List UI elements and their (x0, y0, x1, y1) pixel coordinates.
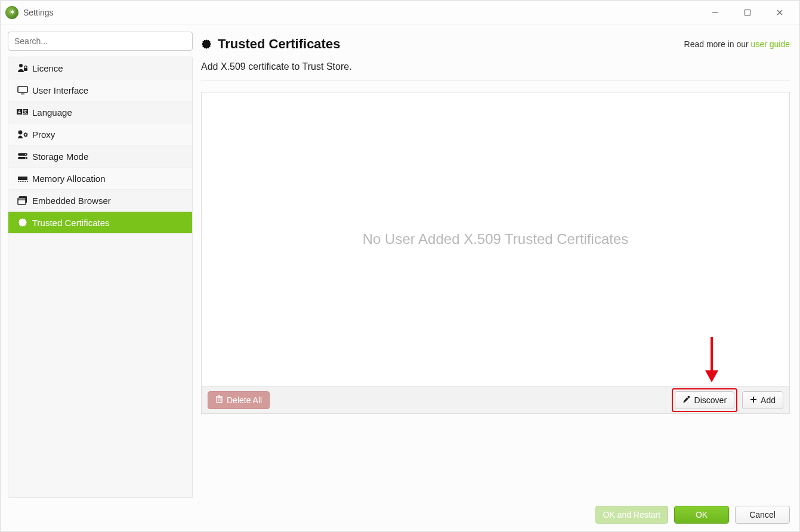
close-button[interactable] (771, 4, 789, 21)
page-title-text: Trusted Certificates (218, 36, 340, 52)
memory-icon (17, 172, 29, 184)
proxy-icon (17, 128, 29, 140)
window-title: Settings (23, 8, 54, 17)
sidebar-item-memory-allocation[interactable]: Memory Allocation (8, 168, 192, 190)
delete-all-label: Delete All (227, 395, 262, 405)
ok-button[interactable]: OK (674, 506, 729, 524)
main-header: Trusted Certificates Read more in our us… (201, 32, 790, 61)
sidebar-item-trusted-certificates[interactable]: Trusted Certificates (8, 212, 192, 234)
maximize-button[interactable] (739, 4, 756, 21)
svg-rect-5 (24, 68, 27, 71)
empty-message: No User Added X.509 Trusted Certificates (363, 231, 629, 248)
svg-marker-29 (705, 370, 718, 382)
annotation-arrow-icon (703, 336, 721, 385)
app-icon: ✶ (5, 6, 18, 19)
delete-all-button: Delete All (208, 391, 270, 409)
svg-point-17 (25, 157, 26, 159)
cancel-button[interactable]: Cancel (735, 506, 790, 524)
read-more: Read more in our user guide (684, 39, 790, 49)
plus-icon (750, 395, 757, 405)
monitor-icon (17, 84, 29, 96)
svg-rect-26 (18, 198, 26, 205)
sidebar-item-label: Proxy (32, 129, 55, 140)
svg-rect-1 (745, 10, 750, 15)
window-controls (706, 4, 795, 21)
certificate-seal-icon (201, 39, 212, 50)
sidebar-item-storage-mode[interactable]: Storage Mode (8, 146, 192, 168)
svg-point-16 (25, 154, 26, 155)
svg-point-12 (18, 131, 23, 135)
svg-text:文: 文 (23, 109, 27, 115)
user-guide-link[interactable]: user guide (751, 39, 790, 49)
dialog-footer: OK and Restart OK Cancel (1, 498, 799, 531)
svg-rect-18 (18, 177, 27, 180)
svg-rect-6 (18, 86, 27, 92)
add-button[interactable]: Add (742, 391, 783, 409)
user-lock-icon (17, 62, 29, 74)
storage-icon (17, 150, 29, 162)
sidebar-item-embedded-browser[interactable]: Embedded Browser (8, 190, 192, 212)
titlebar: ✶ Settings (1, 1, 799, 24)
certificates-panel: No User Added X.509 Trusted Certificates (201, 92, 790, 414)
sidebar-item-label: Storage Mode (32, 151, 88, 162)
sidebar-item-label: User Interface (32, 85, 88, 95)
minimize-button[interactable] (706, 4, 724, 21)
sidebar-item-label: Embedded Browser (32, 196, 111, 206)
add-label: Add (761, 395, 776, 405)
settings-window: ✶ Settings L (0, 0, 800, 532)
svg-point-4 (19, 64, 23, 67)
svg-rect-30 (217, 397, 222, 403)
page-subtitle: Add X.509 certificate to Trust Store. (201, 61, 790, 81)
sidebar-item-label: Trusted Certificates (32, 218, 110, 228)
certificates-toolbar: Delete All Discover (202, 386, 789, 413)
read-more-prefix: Read more in our (684, 39, 751, 49)
sidebar-nav: Licence User Interface A文 Language (8, 57, 193, 498)
page-title: Trusted Certificates (201, 36, 340, 52)
certificate-seal-icon (17, 216, 29, 228)
browser-icon (17, 194, 29, 206)
eyedropper-icon (682, 395, 691, 405)
sidebar-item-licence[interactable]: Licence (8, 57, 192, 79)
search-input[interactable] (8, 32, 193, 51)
sidebar-item-label: Licence (32, 63, 63, 73)
sidebar-item-label: Language (32, 107, 72, 117)
sidebar-item-language[interactable]: A文 Language (8, 101, 192, 123)
language-icon: A文 (17, 106, 29, 118)
sidebar-item-label: Memory Allocation (32, 174, 106, 184)
trash-icon (215, 395, 223, 405)
svg-point-13 (24, 134, 27, 136)
sidebar-item-user-interface[interactable]: User Interface (8, 79, 192, 101)
sidebar: Licence User Interface A文 Language (8, 32, 193, 498)
ok-and-restart-button: OK and Restart (595, 506, 669, 524)
main-panel: Trusted Certificates Read more in our us… (201, 32, 792, 498)
discover-button[interactable]: Discover (675, 391, 734, 409)
annotation-highlight: Discover (672, 388, 737, 412)
discover-label: Discover (694, 395, 727, 405)
svg-text:A: A (18, 110, 21, 114)
sidebar-item-proxy[interactable]: Proxy (8, 123, 192, 146)
certificates-empty-state: No User Added X.509 Trusted Certificates (202, 92, 789, 386)
content-area: Licence User Interface A文 Language (1, 24, 799, 498)
